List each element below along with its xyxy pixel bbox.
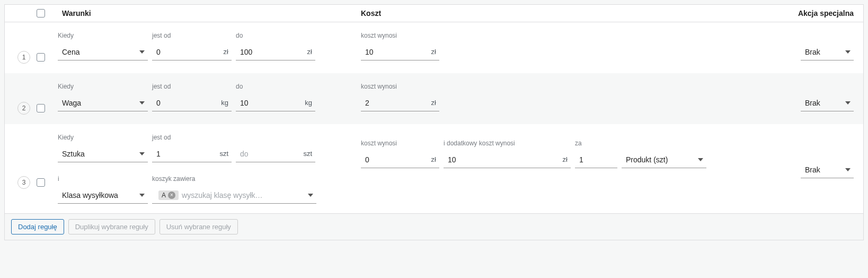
chip: A ×	[158, 190, 179, 200]
chevron-down-icon	[139, 194, 145, 197]
per-unit-select[interactable]: Produkt (szt)	[622, 151, 706, 168]
chevron-down-icon	[845, 101, 851, 105]
to-input[interactable]	[236, 97, 305, 109]
per-input[interactable]	[575, 153, 617, 166]
rule-checkbox[interactable]	[37, 104, 45, 112]
rule-number: 3	[17, 176, 30, 189]
unit-suffix: kg	[221, 99, 232, 107]
from-label: jest od	[152, 83, 232, 91]
header-action: Akcja specjalna	[748, 9, 854, 18]
select-all-checkbox[interactable]	[37, 9, 45, 18]
chevron-down-icon	[308, 194, 313, 197]
header-row: Warunki Koszt Akcja specjalna	[5, 5, 863, 22]
cost-input[interactable]	[361, 97, 431, 109]
per-label: za	[575, 140, 617, 148]
unit-suffix: szt	[303, 150, 315, 158]
from-input[interactable]	[152, 46, 224, 58]
chevron-down-icon	[139, 101, 145, 105]
cost-label: koszt wynosi	[361, 32, 439, 40]
chevron-down-icon	[845, 168, 851, 171]
when-label: Kiedy	[58, 134, 148, 142]
extra-cost-label: i dodatkowy koszt wynosi	[444, 140, 571, 148]
from-input[interactable]	[152, 147, 219, 160]
rule-checkbox[interactable]	[37, 178, 45, 187]
rule-row: 2 Kiedy Waga jest od kg	[5, 73, 863, 124]
and-label: i	[58, 175, 148, 184]
basket-label: koszyk zawiera	[152, 175, 316, 184]
delete-rules-button[interactable]: Usuń wybrane reguły	[160, 219, 238, 234]
unit-suffix: zł	[224, 48, 232, 56]
header-conditions: Warunki	[58, 9, 355, 18]
chevron-down-icon	[139, 50, 145, 54]
header-cost: Koszt	[355, 9, 748, 18]
cost-input[interactable]	[361, 153, 431, 166]
when-select[interactable]: Sztuka	[58, 145, 148, 162]
rule-checkbox[interactable]	[37, 53, 45, 62]
shipping-class-search[interactable]: A ×	[152, 187, 316, 204]
unit-suffix: zł	[307, 48, 315, 56]
chip-remove-icon[interactable]: ×	[168, 192, 175, 199]
footer: Dodaj regułę Duplikuj wybrane reguły Usu…	[5, 213, 863, 240]
action-select[interactable]: Brak	[801, 161, 854, 178]
to-label: do	[236, 32, 315, 40]
unit-suffix: zł	[431, 48, 439, 56]
unit-suffix: kg	[305, 99, 315, 107]
chevron-down-icon	[698, 158, 703, 161]
rule-number: 1	[17, 51, 30, 64]
sub-when-select[interactable]: Klasa wysyłkowa	[58, 187, 148, 204]
chevron-down-icon	[139, 152, 145, 155]
action-select[interactable]: Brak	[801, 44, 854, 60]
unit-suffix: zł	[431, 155, 439, 163]
cost-label: koszt wynosi	[361, 140, 439, 148]
cost-input[interactable]	[361, 46, 431, 58]
duplicate-rules-button[interactable]: Duplikuj wybrane reguły	[68, 219, 155, 234]
to-label: do	[236, 83, 315, 91]
extra-cost-input[interactable]	[444, 153, 563, 166]
rule-number: 2	[17, 102, 30, 115]
from-label: jest od	[152, 32, 232, 40]
chevron-down-icon	[845, 50, 851, 54]
to-input[interactable]	[236, 147, 303, 160]
unit-suffix: zł	[431, 99, 439, 107]
to-input[interactable]	[236, 46, 307, 58]
when-select[interactable]: Waga	[58, 94, 148, 111]
chip-label: A	[162, 192, 166, 199]
shipping-class-search-input[interactable]	[182, 191, 308, 199]
from-input[interactable]	[152, 97, 221, 109]
when-label: Kiedy	[58, 83, 148, 91]
rule-row: 3 Kiedy Sztuka jest od szt	[5, 124, 863, 213]
unit-suffix: szt	[219, 150, 232, 158]
add-rule-button[interactable]: Dodaj regułę	[11, 219, 64, 234]
when-label: Kiedy	[58, 32, 148, 40]
rules-panel: Warunki Koszt Akcja specjalna 1 Kiedy Ce…	[4, 4, 864, 240]
action-select[interactable]: Brak	[801, 94, 854, 111]
from-label: jest od	[152, 134, 232, 142]
rule-row: 1 Kiedy Cena jest od zł	[5, 22, 863, 73]
unit-suffix: zł	[563, 155, 571, 163]
when-select[interactable]: Cena	[58, 44, 148, 60]
cost-label: koszt wynosi	[361, 83, 439, 91]
